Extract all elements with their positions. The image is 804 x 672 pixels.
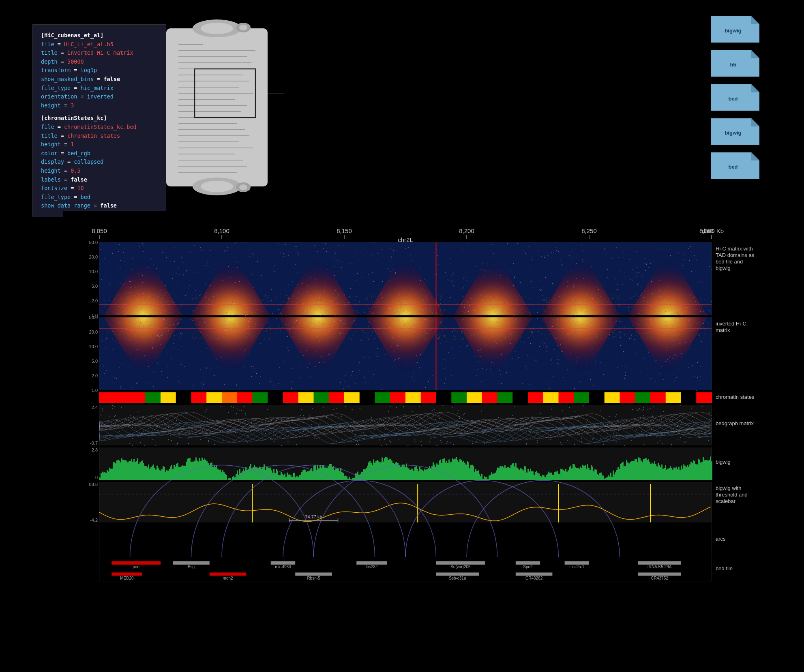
code-line: file_type = hic_matrix	[41, 84, 158, 93]
svg-rect-0	[166, 28, 268, 186]
code-line: transform = log1p	[41, 66, 158, 75]
svg-text:bed: bed	[728, 96, 738, 102]
svg-marker-44	[751, 118, 759, 126]
code-line: title = chromatin states	[41, 132, 158, 141]
file-icons-container: bigwig h5 bed bigwig bed	[711, 16, 763, 181]
svg-text:h5: h5	[730, 62, 736, 68]
svg-marker-47	[751, 152, 759, 161]
section1-header: [HiC_cubenas_et_al]	[41, 31, 158, 40]
svg-text:bigwig: bigwig	[725, 130, 741, 136]
code-line: title = inverted Hi-C matrix	[41, 49, 158, 58]
svg-point-2	[201, 23, 233, 34]
genome-canvas	[63, 211, 776, 657]
file-icon-bed-2: bed	[711, 152, 763, 181]
code-line: color = bed_rgb	[41, 149, 158, 158]
code-line: height = 0.5	[41, 167, 158, 175]
code-line: labels = false	[41, 175, 158, 184]
code-line: file = chromatinStates_kc.bed	[41, 123, 158, 132]
code-line: depth = 50000	[41, 58, 158, 66]
code-line: file_type = bed	[41, 193, 158, 202]
scroll-illustration	[154, 16, 284, 199]
file-icon-bigwig-2: bigwig	[711, 118, 763, 147]
file-icon-bed-1: bed	[711, 84, 763, 113]
svg-point-8	[239, 184, 247, 190]
file-icon-h5: h5	[711, 50, 763, 79]
section2-header: [chromatinStates_kc]	[41, 114, 158, 123]
code-line: orientation = inverted	[41, 92, 158, 101]
svg-text:bigwig: bigwig	[725, 28, 741, 34]
code-line: show_data_range = false	[41, 201, 158, 210]
code-line: file = HiC_Li_et_al.h5	[41, 40, 158, 49]
svg-marker-35	[751, 16, 759, 24]
file-icon-bigwig-1: bigwig	[711, 16, 763, 45]
code-block: [HiC_cubenas_et_al] file = HiC_Li_et_al.…	[32, 24, 166, 217]
svg-point-6	[239, 25, 247, 30]
genome-visualization	[63, 211, 776, 657]
code-line: height = 3	[41, 101, 158, 110]
code-line: fontsize = 10	[41, 184, 158, 193]
code-line: display = collapsed	[41, 158, 158, 167]
code-line: height = 1	[41, 140, 158, 149]
code-line: show_masked_bins = false	[41, 75, 158, 84]
svg-text:bed: bed	[728, 164, 738, 170]
svg-point-4	[201, 181, 233, 192]
svg-marker-38	[751, 50, 759, 58]
svg-marker-41	[751, 84, 759, 92]
